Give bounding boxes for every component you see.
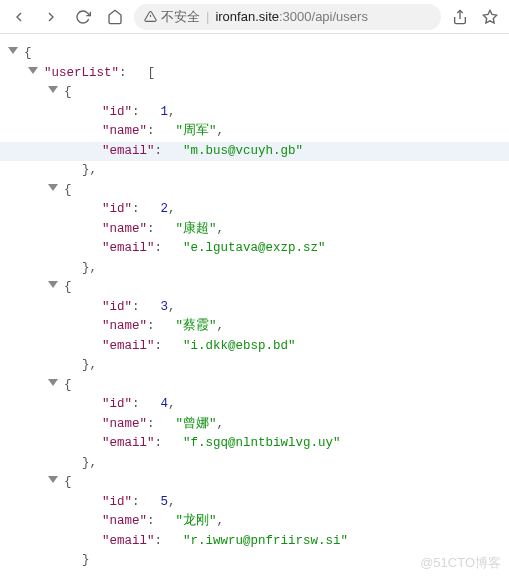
forward-button[interactable]: [38, 4, 64, 30]
json-viewer: {"userList": [{"id": 1,"name": "周军","ema…: [0, 34, 509, 571]
svg-marker-9: [48, 379, 58, 386]
json-line: "email": "e.lgutava@exzp.sz": [0, 239, 509, 259]
svg-marker-6: [48, 86, 58, 93]
json-line: "id": 3,: [0, 298, 509, 318]
json-line: {: [0, 181, 509, 201]
json-line: {: [0, 83, 509, 103]
browser-toolbar: 不安全 | ironfan.site:3000/api/users: [0, 0, 509, 34]
collapse-toggle-icon[interactable]: [8, 47, 20, 59]
reload-button[interactable]: [70, 4, 96, 30]
svg-marker-7: [48, 184, 58, 191]
collapse-toggle-icon[interactable]: [48, 86, 60, 98]
json-line: "id": 2,: [0, 200, 509, 220]
svg-marker-3: [483, 10, 496, 23]
json-line: {: [0, 376, 509, 396]
json-line: "id": 1,: [0, 103, 509, 123]
json-line: "email": "i.dkk@ebsp.bd": [0, 337, 509, 357]
json-line: {: [0, 278, 509, 298]
json-line: "email": "m.bus@vcuyh.gb": [0, 142, 509, 162]
svg-marker-5: [28, 67, 38, 74]
url-bar[interactable]: 不安全 | ironfan.site:3000/api/users: [134, 4, 441, 30]
svg-marker-8: [48, 281, 58, 288]
collapse-toggle-icon[interactable]: [28, 67, 40, 79]
json-line: },: [0, 161, 509, 181]
json-line: },: [0, 259, 509, 279]
share-button[interactable]: [447, 4, 473, 30]
json-line: "id": 4,: [0, 395, 509, 415]
url-text: ironfan.site:3000/api/users: [215, 9, 368, 24]
collapse-toggle-icon[interactable]: [48, 184, 60, 196]
svg-marker-10: [48, 476, 58, 483]
json-line: "userList": [: [0, 64, 509, 84]
json-line: "name": "龙刚",: [0, 512, 509, 532]
json-line: "name": "康超",: [0, 220, 509, 240]
svg-marker-4: [8, 47, 18, 54]
collapse-toggle-icon[interactable]: [48, 379, 60, 391]
json-line: }: [0, 551, 509, 571]
json-line: "email": "r.iwwru@pnfriirsw.si": [0, 532, 509, 552]
bookmark-button[interactable]: [477, 4, 503, 30]
json-line: },: [0, 454, 509, 474]
json-line: "id": 5,: [0, 493, 509, 513]
back-button[interactable]: [6, 4, 32, 30]
home-button[interactable]: [102, 4, 128, 30]
json-line: "name": "蔡霞",: [0, 317, 509, 337]
url-separator: |: [206, 9, 209, 24]
collapse-toggle-icon[interactable]: [48, 476, 60, 488]
json-line: {: [0, 473, 509, 493]
json-line: {: [0, 44, 509, 64]
json-line: "name": "曾娜",: [0, 415, 509, 435]
insecure-label: 不安全: [161, 8, 200, 26]
insecure-warning: 不安全: [144, 8, 200, 26]
json-line: },: [0, 356, 509, 376]
json-line: "name": "周军",: [0, 122, 509, 142]
json-line: "email": "f.sgq@nlntbiwlvg.uy": [0, 434, 509, 454]
collapse-toggle-icon[interactable]: [48, 281, 60, 293]
